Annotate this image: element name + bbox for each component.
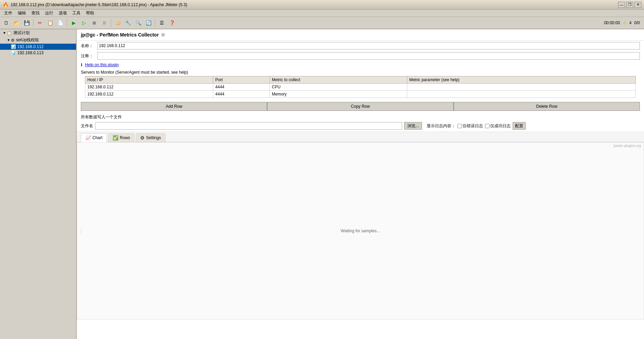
refresh-button[interactable]: 🔄	[144, 18, 153, 28]
error-count: 0/0	[634, 20, 640, 25]
rows-tab-icon: ✅	[113, 135, 118, 141]
browse-button[interactable]: 浏览...	[404, 122, 422, 130]
panel-expand-icon[interactable]: ⊞	[161, 32, 165, 37]
window-controls: — ❐ ✕	[618, 2, 641, 8]
menu-file[interactable]: 文件	[1, 10, 15, 17]
sidebar-item-192-168-0-112[interactable]: 📊 192.168.0.112	[0, 44, 76, 50]
file-input[interactable]	[95, 122, 402, 130]
comment-label: 注释：	[81, 53, 94, 59]
copy-button[interactable]: 📋	[45, 18, 55, 28]
toolbar-sep-2	[67, 19, 67, 27]
only-success-label: 仅成功日志	[490, 123, 511, 129]
settings-tab-icon: ⚙	[140, 135, 145, 141]
monitor-table-container: Host / IP Port Metric to collect Metric …	[77, 76, 644, 99]
tab-bar: 📈 Chart ✅ Rows ⚙ Settings	[77, 132, 644, 142]
metric-cell-2: Memory	[270, 91, 407, 98]
chart-area: jmeter-plugins.org Waiting for samples..…	[77, 142, 644, 320]
minimize-button[interactable]: —	[618, 2, 625, 8]
tab-settings[interactable]: ⚙ Settings	[136, 133, 165, 142]
panel-header: jp@gc - PerfMon Metrics Collector ⊞	[77, 29, 644, 41]
toolbar-sep-3	[111, 19, 111, 27]
menu-run[interactable]: 运行	[42, 10, 56, 17]
table-row[interactable]: 192.168.0.112 4444 Memory	[85, 91, 636, 98]
tab-chart[interactable]: 📈 Chart	[81, 133, 107, 142]
menu-bar: 文件 编辑 查找 运行 选项 工具 帮助	[0, 10, 644, 17]
toolbar-sep-1	[33, 19, 33, 27]
all-data-label: 所有数据写入一个文件	[81, 115, 122, 119]
tree-expand-plan[interactable]: ▼	[3, 31, 6, 35]
open-button[interactable]: 📂	[12, 18, 21, 28]
window-title: 192.168.0.112.jmx (D:\download\apache-jm…	[11, 2, 187, 7]
main-layout: ▼ 📋 测试计划 ▼ ⚙ setUp线程组 📊 192.168.0.112 📊 …	[0, 29, 644, 339]
only-errors-check-label: 仅错误日志	[457, 123, 483, 129]
toolbar-timer-area: 00:00:00 ⚠ 4 0/0	[604, 20, 643, 25]
list-button[interactable]: ☰	[157, 18, 166, 28]
log-display-label: 显示日志内容：	[427, 123, 455, 129]
sidebar-item-192-168-0-113[interactable]: 📊 192.168.0.113	[0, 50, 76, 56]
comment-row: 注释：	[77, 51, 644, 61]
menu-find[interactable]: 查找	[29, 10, 42, 17]
save-button[interactable]: 💾	[22, 18, 31, 28]
perfmon-113-label: 192.168.0.113	[17, 50, 44, 55]
app-icon: 🔥	[3, 2, 9, 8]
chart-tab-label: Chart	[92, 135, 102, 140]
menu-help[interactable]: 帮助	[83, 10, 97, 17]
tree-expand-threadgroup[interactable]: ▼	[7, 38, 10, 42]
threadgroup-label: setUp线程组	[16, 37, 39, 43]
stop-button[interactable]: ⏹	[89, 18, 99, 28]
sidebar-item-testplan[interactable]: ▼ 📋 测试计划	[0, 29, 76, 36]
title-bar: 🔥 192.168.0.112.jmx (D:\download\apache-…	[0, 0, 644, 10]
col-port: Port	[213, 76, 270, 84]
resize-handle-icon[interactable]: ⋮	[78, 227, 84, 235]
remote-start-button[interactable]: 🔱	[113, 18, 122, 28]
tab-rows[interactable]: ✅ Rows	[108, 133, 134, 142]
toolbar-sep-4	[155, 19, 155, 27]
servers-label: Servers to Monitor (ServerAgent must be …	[81, 70, 188, 75]
stop-all-button[interactable]: ⏸	[100, 18, 109, 28]
name-row: 名称：	[77, 41, 644, 51]
help-button[interactable]: ❓	[167, 18, 177, 28]
cut-button[interactable]: ✂	[35, 18, 45, 28]
only-errors-checkbox[interactable]	[457, 124, 462, 128]
help-link[interactable]: Help on this plugin	[85, 62, 119, 67]
param-cell-1	[407, 84, 635, 91]
new-button[interactable]: 🗋	[1, 18, 11, 28]
play-button[interactable]: ▶	[69, 18, 78, 28]
help-section: ℹ Help on this plugin	[77, 61, 644, 69]
servers-label-section: Servers to Monitor (ServerAgent must be …	[77, 69, 644, 76]
reset-button[interactable]: 配置	[513, 122, 526, 130]
rows-tab-label: Rows	[120, 135, 130, 140]
add-row-button[interactable]: Add Row	[81, 102, 267, 111]
monitor-button[interactable]: 🔍	[133, 18, 143, 28]
close-button[interactable]: ✕	[634, 2, 641, 8]
table-row[interactable]: 192.168.0.112 4444 CPU	[85, 84, 636, 91]
menu-tools[interactable]: 工具	[70, 10, 83, 17]
name-input[interactable]	[97, 42, 640, 49]
name-label: 名称：	[81, 43, 94, 49]
sidebar-item-threadgroup[interactable]: ▼ ⚙ setUp线程组	[0, 36, 76, 44]
delete-row-button[interactable]: Delete Row	[454, 102, 640, 111]
only-success-check-label: 仅成功日志	[485, 123, 511, 129]
col-host: Host / IP	[85, 76, 213, 84]
sidebar: ▼ 📋 测试计划 ▼ ⚙ setUp线程组 📊 192.168.0.112 📊 …	[0, 29, 77, 339]
paste-button[interactable]: 📄	[56, 18, 65, 28]
table-buttons-row: Add Row Copy Row Delete Row	[81, 102, 640, 111]
col-metric: Metric to collect	[270, 76, 407, 84]
warning-count: 4	[629, 20, 632, 25]
chart-area-wrapper: ⋮ jmeter-plugins.org Waiting for samples…	[77, 142, 644, 320]
copy-row-button[interactable]: Copy Row	[267, 102, 453, 111]
host-cell-1: 192.168.0.112	[85, 84, 213, 91]
only-success-checkbox[interactable]	[485, 124, 489, 128]
play-all-button[interactable]: ▷	[79, 18, 89, 28]
comment-input[interactable]	[97, 52, 640, 60]
testplan-icon: 📋	[7, 31, 12, 35]
col-param: Metric parameter (see help)	[407, 76, 635, 84]
remote-stop-button[interactable]: 🔧	[123, 18, 133, 28]
perfmon-112-label: 192.168.0.112	[17, 44, 44, 49]
menu-edit[interactable]: 编辑	[15, 10, 29, 17]
restore-button[interactable]: ❐	[626, 2, 633, 8]
menu-options[interactable]: 选项	[56, 10, 70, 17]
perfmon-112-icon: 📊	[11, 44, 16, 49]
panel-title: jp@gc - PerfMon Metrics Collector	[81, 32, 159, 38]
threadgroup-icon: ⚙	[11, 38, 15, 43]
